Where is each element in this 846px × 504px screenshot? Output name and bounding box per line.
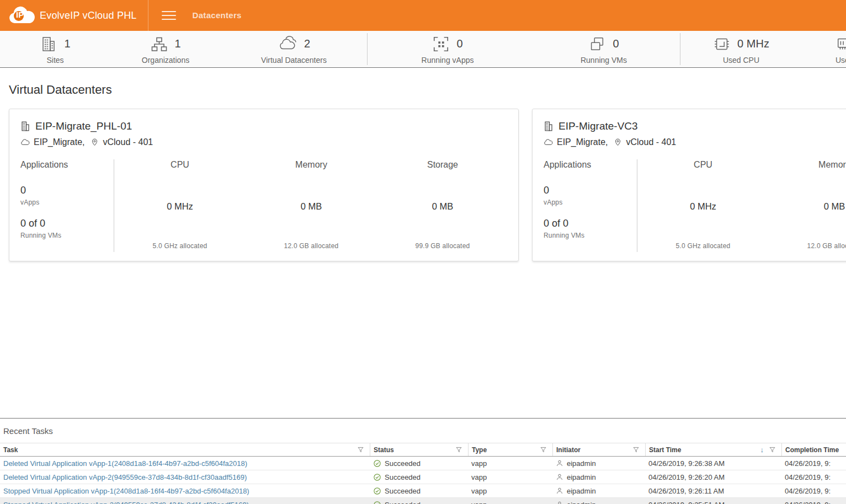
user-icon xyxy=(556,459,563,467)
start-time-cell: 04/26/2019, 9:25:51 AM xyxy=(645,501,781,504)
vdc-site: vCloud - 401 xyxy=(626,137,676,147)
status-cell: Succeeded xyxy=(370,473,468,481)
status-cell: Succeeded xyxy=(370,487,468,495)
stat-running-vapps: 0 Running vApps xyxy=(368,31,528,67)
running-vapps-icon xyxy=(432,35,450,53)
memory-used: 0 MB xyxy=(824,170,845,242)
stat-count: 1 xyxy=(174,37,180,50)
initiator-text: eipadmin xyxy=(567,459,596,468)
used-cpu-icon xyxy=(713,35,731,53)
storage-allocated: 99.9 GB allocated xyxy=(416,242,470,250)
user-icon xyxy=(556,473,563,481)
cpu-column: CPU 0 MHz 5.0 GHz allocated xyxy=(637,159,769,252)
vdc-card-eip-migrate-phl-01[interactable]: EIP-Migrate_PHL-01 EIP_Migrate, vCloud -… xyxy=(9,109,519,261)
running-vms-count: 0 of 0 xyxy=(20,218,114,229)
recent-tasks-title[interactable]: Recent Tasks xyxy=(0,419,846,443)
virtual-datacenters-icon xyxy=(278,35,297,53)
stat-count: 0 MHz xyxy=(737,37,769,50)
stat-sites: 1 Sites xyxy=(0,31,110,67)
logo-text: IP xyxy=(16,10,24,19)
nav-datacenters[interactable]: Datacenters xyxy=(193,10,242,20)
vapps-label: vApps xyxy=(544,199,637,206)
initiator-text: eipadmin xyxy=(567,501,596,504)
column-header-task[interactable]: Task xyxy=(0,443,370,456)
column-header-type[interactable]: Type xyxy=(468,443,552,456)
org-cloud-icon xyxy=(20,138,30,146)
sort-desc-icon[interactable]: ↓ xyxy=(760,446,764,454)
filter-icon[interactable] xyxy=(540,446,547,453)
applications-header: Applications xyxy=(544,159,637,170)
used-memory-icon xyxy=(836,35,846,53)
evolveip-logo: IP xyxy=(8,6,35,25)
tasks-table-header: Task Status Type Initiator Start Time ↓ … xyxy=(0,443,846,457)
initiator-cell: eipadmin xyxy=(552,501,645,504)
applications-header: Applications xyxy=(20,159,114,170)
task-row: Deleted Virtual Application vApp-2(94955… xyxy=(0,470,846,484)
task-link[interactable]: Stopped Virtual Application vApp-2(94955… xyxy=(0,501,370,504)
type-cell: vapp xyxy=(468,459,552,468)
cpu-allocated: 5.0 GHz allocated xyxy=(676,242,731,250)
column-header-initiator[interactable]: Initiator xyxy=(552,443,645,456)
memory-used: 0 MB xyxy=(301,170,322,242)
stat-count: 0 xyxy=(613,37,619,50)
status-text: Succeeded xyxy=(385,501,421,504)
completion-time-cell: 04/26/2019, 9: xyxy=(781,501,846,504)
app-title: EvolveIP vCloud PHL xyxy=(40,10,137,22)
filter-icon[interactable] xyxy=(357,446,364,453)
running-vms-icon xyxy=(588,35,606,53)
stat-label: Used Memory xyxy=(836,56,846,65)
column-label: Status xyxy=(374,446,394,454)
stat-running-vms: 0 Running VMs xyxy=(528,31,680,67)
app-header: IP EvolveIP vCloud PHL Datacenters xyxy=(0,0,846,31)
column-header-completion-time[interactable]: Completion Time xyxy=(781,443,846,456)
cpu-used: 0 MHz xyxy=(690,170,716,242)
stat-organizations: 1 Organizations xyxy=(110,31,221,67)
status-success-icon xyxy=(373,459,381,468)
vdc-card-eip-migrate-vc3[interactable]: EIP-Migrate-VC3 EIP_Migrate, vCloud - 40… xyxy=(532,109,846,261)
initiator-cell: eipadmin xyxy=(552,473,645,481)
running-vms-label: Running VMs xyxy=(20,232,114,239)
header-divider xyxy=(148,0,148,31)
datacenter-building-icon xyxy=(20,121,30,132)
task-link[interactable]: Deleted Virtual Application vApp-1(2408d… xyxy=(0,459,370,468)
type-cell: vapp xyxy=(468,487,552,495)
completion-time-cell: 04/26/2019, 9: xyxy=(781,473,846,481)
stat-virtual-datacenters: 2 Virtual Datacenters xyxy=(221,31,367,67)
filter-icon[interactable] xyxy=(632,446,640,453)
stat-count: 0 xyxy=(456,37,462,50)
type-cell: vapp xyxy=(468,473,552,481)
cpu-header: CPU xyxy=(171,159,189,170)
filter-icon[interactable] xyxy=(455,446,462,453)
applications-column: Applications 0 vApps 0 of 0 Running VMs xyxy=(544,159,637,252)
stat-label: Running vApps xyxy=(422,56,474,65)
task-link[interactable]: Deleted Virtual Application vApp-2(94955… xyxy=(0,473,370,481)
applications-column: Applications 0 vApps 0 of 0 Running VMs xyxy=(20,159,114,252)
user-icon xyxy=(556,487,563,495)
column-label: Type xyxy=(472,446,487,454)
column-label: Initiator xyxy=(556,446,581,454)
recent-tasks-panel: Recent Tasks Task Status Type Initiator … xyxy=(0,418,846,504)
column-header-status[interactable]: Status xyxy=(370,443,468,456)
status-text: Succeeded xyxy=(385,459,421,468)
task-link[interactable]: Stopped Virtual Application vApp-1(2408d… xyxy=(0,487,370,495)
completion-time-cell: 04/26/2019, 9: xyxy=(781,487,846,495)
start-time-cell: 04/26/2019, 9:26:38 AM xyxy=(645,459,781,468)
vapps-count: 0 xyxy=(20,185,114,196)
storage-header: Storage xyxy=(427,159,458,170)
memory-column: Memory 0 MB 12.0 GB allocated xyxy=(246,159,377,252)
status-text: Succeeded xyxy=(385,487,421,495)
task-row: Deleted Virtual Application vApp-1(2408d… xyxy=(0,457,846,470)
column-label: Completion Time xyxy=(785,446,839,454)
column-label: Task xyxy=(3,446,18,454)
column-header-start-time[interactable]: Start Time ↓ xyxy=(645,443,781,456)
vdc-org: EIP_Migrate, xyxy=(557,137,608,147)
initiator-cell: eipadmin xyxy=(552,459,645,468)
filter-icon[interactable] xyxy=(769,446,776,453)
memory-header: Memory xyxy=(295,159,327,170)
task-row: Stopped Virtual Application vApp-2(94955… xyxy=(0,498,846,504)
hamburger-menu-icon[interactable] xyxy=(162,11,176,20)
vapps-label: vApps xyxy=(20,199,114,206)
status-success-icon xyxy=(373,487,381,495)
status-success-icon xyxy=(373,473,381,481)
stat-used-cpu: 0 MHz Used CPU xyxy=(680,31,802,67)
